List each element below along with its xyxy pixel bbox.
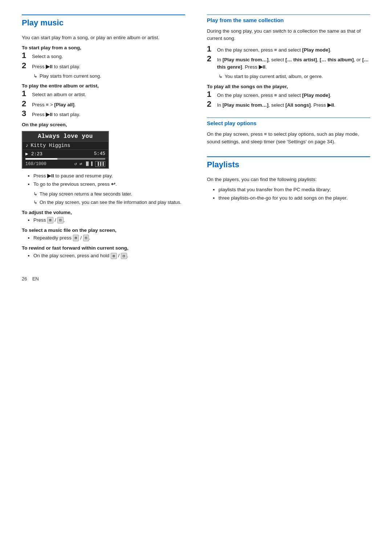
- step-number: 1: [22, 51, 32, 60]
- step-item: 2 In [Play music from…], select [All son…: [207, 100, 370, 109]
- step-item: 2 In [Play music from…], select [… this …: [207, 55, 370, 71]
- from-collection-steps: 1 On the play screen, press ≡ and select…: [207, 45, 370, 71]
- step-text: Press ▶II to start play.: [32, 110, 80, 118]
- left-column: Play music You can start play from a son…: [22, 15, 189, 262]
- step-text: Select a song.: [32, 52, 63, 60]
- bullet-item: playlists that you transfer from the PC …: [219, 186, 370, 193]
- arrow-text: You start to play current artist, album,…: [225, 73, 323, 80]
- page-footer: 26 EN: [22, 276, 370, 282]
- step-number: 1: [207, 90, 217, 99]
- step-number: 2: [207, 54, 217, 63]
- from-song-label: To start play from a song,: [22, 45, 185, 50]
- arrow-symbol: ↳: [33, 191, 37, 197]
- page-lang: EN: [32, 276, 39, 282]
- step-item: 1 Select a song.: [22, 52, 185, 60]
- playlists-title: Playlists: [207, 156, 370, 172]
- step-text: Select an album or artist.: [32, 90, 86, 98]
- step-item: 1 Select an album or artist.: [22, 90, 185, 98]
- select-file-label: To select a music file on the play scree…: [22, 227, 185, 233]
- step-text: Press ▶II to start play.: [32, 62, 80, 70]
- adjust-volume-bullets: Press ⊞ / ⊟.: [33, 217, 185, 224]
- bullet-item: Press ▶II to pause and resume play.: [33, 172, 185, 180]
- rewind-bullets: On the play screen, press and hold ⊞ / ⊟…: [33, 252, 185, 259]
- entire-album-steps: 1 Select an album or artist. 2 Press ≡ >…: [22, 90, 185, 118]
- page-number: 26: [22, 276, 27, 282]
- select-play-text: On the play screen, press ≡ to select pl…: [207, 131, 370, 145]
- play-screen-progress-bar: [25, 158, 105, 160]
- nav-left-icon: ⊞: [73, 235, 79, 241]
- arrow-indent: ↳ Play starts from current song.: [33, 73, 185, 80]
- from-collection-intro: During the song play, you can switch to …: [207, 28, 370, 42]
- play-screen-widget: Always love you ♪ Kitty Higgins ▶ 2:23 5…: [22, 131, 109, 169]
- vol-down-icon: ⊟: [57, 217, 64, 223]
- select-play-title: Select play options: [207, 118, 370, 128]
- play-screen-time: ▶ 2:23 5:45: [23, 150, 108, 158]
- bullet-item: Press ⊞ / ⊟.: [33, 217, 185, 224]
- arrow-text: On the play screen, you can see the file…: [40, 199, 181, 206]
- bullet-item: To go to the previous screen, press ↩.: [33, 181, 185, 188]
- arrow-indent: ↳ The play screen returns a few seconds …: [33, 190, 185, 198]
- right-column: Play from the same collection During the…: [203, 15, 370, 262]
- rewind-icon: ⊞: [111, 253, 117, 259]
- nav-right-icon: ⊟: [83, 235, 89, 241]
- playlists-section: Playlists On the players, you can find t…: [207, 156, 370, 202]
- artist-name: Kitty Higgins: [30, 143, 70, 148]
- time-elapsed: ▶ 2:23: [25, 151, 42, 157]
- all-songs-steps: 1 On the play screen, press ≡ and select…: [207, 91, 370, 109]
- step-text: In [Play music from…], select [All songs…: [217, 100, 335, 109]
- play-music-title: Play music: [22, 15, 185, 30]
- play-screen-controls: 160/1000 ↺ ⇄ ▐▌▐ ▐▐▐: [23, 160, 108, 168]
- select-play-section: Select play options On the play screen, …: [207, 118, 370, 145]
- bullet-item: three playlists-on-the-go for you to add…: [219, 194, 370, 202]
- control-icons: ↺ ⇄ ▐▌▐ ▐▐▐: [74, 161, 105, 167]
- step-number: 1: [22, 89, 32, 98]
- progress-bar-fill: [25, 158, 57, 160]
- step-text: Press ≡ > [Play all].: [32, 100, 76, 108]
- step-item: 3 Press ▶II to start play.: [22, 110, 185, 118]
- step-item: 2 Press ≡ > [Play all].: [22, 100, 185, 108]
- entire-album-label: To play the entire album or artist,: [22, 83, 185, 89]
- bullet-item: Repeatedly press ⊞ / ⊟.: [33, 234, 185, 242]
- arrow-indent: ↳ You start to play current artist, albu…: [219, 73, 370, 80]
- playlists-intro: On the players, you can find the followi…: [207, 176, 370, 183]
- select-file-bullets: Repeatedly press ⊞ / ⊟.: [33, 234, 185, 242]
- step-text: On the play screen, press ≡ and select […: [217, 45, 331, 54]
- arrow-symbol: ↳: [33, 73, 37, 79]
- step-number: 3: [22, 109, 32, 118]
- bullet-item: On the play screen, press and hold ⊞ / ⊟…: [33, 252, 185, 259]
- fastfwd-icon: ⊟: [121, 253, 127, 259]
- artist-icon: ♪: [25, 143, 28, 148]
- playlists-bullets: playlists that you transfer from the PC …: [219, 186, 370, 202]
- step-text: On the play screen, press ≡ and select […: [217, 91, 331, 99]
- vol-up-icon: ⊞: [47, 217, 53, 223]
- step-number: 2: [22, 99, 32, 108]
- intro-text: You can start play from a song, or play …: [22, 34, 185, 41]
- rewind-label: To rewind or fast forward within current…: [22, 245, 185, 251]
- all-songs-label: To play all the songs on the player,: [207, 84, 370, 89]
- from-collection-title: Play from the same collection: [207, 15, 370, 25]
- step-item: 1 On the play screen, press ≡ and select…: [207, 91, 370, 99]
- arrow-text: Play starts from current song.: [40, 73, 101, 80]
- on-play-bullets: Press ▶II to pause and resume play. To g…: [33, 172, 185, 188]
- step-number: 1: [207, 45, 217, 53]
- track-counter: 160/1000: [25, 161, 46, 167]
- time-total: 5:45: [94, 151, 105, 157]
- arrow-symbol: ↳: [219, 74, 222, 79]
- from-song-steps: 1 Select a song. 2 Press ▶II to start pl…: [22, 52, 185, 70]
- play-screen-song-title: Always love you: [23, 132, 108, 141]
- step-number: 2: [207, 100, 217, 108]
- on-play-screen-label: On the play screen,: [22, 122, 185, 127]
- step-item: 1 On the play screen, press ≡ and select…: [207, 45, 370, 54]
- arrow-text: The play screen returns a few seconds la…: [40, 190, 132, 198]
- step-number: 2: [22, 61, 32, 70]
- adjust-volume-label: To adjust the volume,: [22, 210, 185, 215]
- arrow-indent: ↳ On the play screen, you can see the fi…: [33, 199, 185, 206]
- arrow-symbol: ↳: [33, 200, 37, 205]
- play-screen-artist: ♪ Kitty Higgins: [23, 141, 108, 150]
- step-text: In [Play music from…], select [… this ar…: [217, 55, 370, 71]
- step-item: 2 Press ▶II to start play.: [22, 62, 185, 70]
